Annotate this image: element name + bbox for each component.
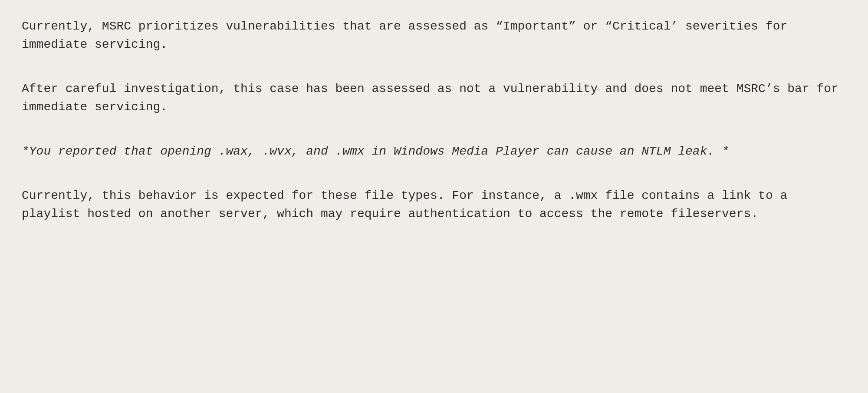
paragraph-1: Currently, MSRC prioritizes vulnerabilit… (22, 17, 846, 54)
paragraph-4: Currently, this behavior is expected for… (22, 187, 846, 223)
main-content: Currently, MSRC prioritizes vulnerabilit… (22, 17, 846, 223)
paragraph-2: After careful investigation, this case h… (22, 80, 846, 116)
paragraph-text-1: Currently, MSRC prioritizes vulnerabilit… (22, 20, 787, 51)
paragraph-3: *You reported that opening .wax, .wvx, a… (22, 142, 846, 161)
paragraph-text-4: Currently, this behavior is expected for… (22, 189, 787, 221)
paragraph-text-2: After careful investigation, this case h… (22, 82, 838, 114)
paragraph-text-3: *You reported that opening .wax, .wvx, a… (22, 145, 729, 158)
